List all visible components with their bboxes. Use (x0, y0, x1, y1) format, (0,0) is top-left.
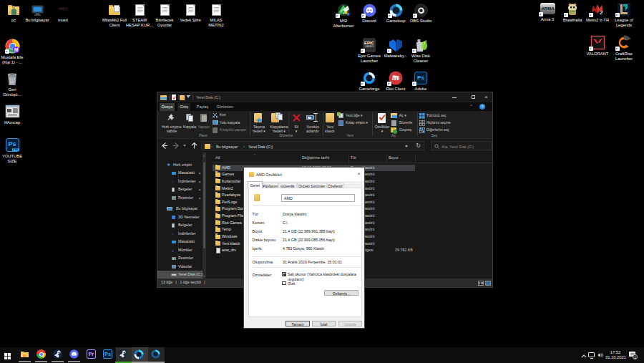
svg-text:M: M (14, 47, 18, 52)
